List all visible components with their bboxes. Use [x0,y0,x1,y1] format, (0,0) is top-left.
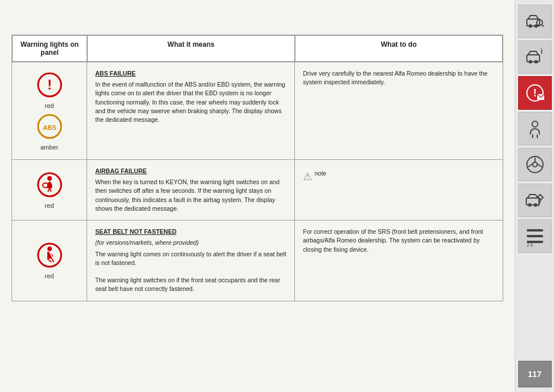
table-row: red SEAT BELT NOT FASTENED (for versions… [12,220,503,301]
sidebar-item-steering[interactable] [518,148,552,181]
means-title-seatbelt: SEAT BELT NOT FASTENED [95,227,286,236]
car-info-icon: i [525,47,545,68]
sidebar-item-warning-lights[interactable]: ! [518,76,552,110]
color-label-red: red [45,102,54,109]
person-icon [525,118,545,139]
svg-line-33 [537,164,542,167]
svg-text:ABS: ABS [43,124,56,131]
svg-rect-39 [527,235,543,237]
svg-text:!: ! [533,87,537,99]
svg-text:i: i [541,47,542,55]
means-subtitle-seatbelt: (for versions/markets, where provided) [95,238,286,247]
means-body-seatbelt: The warning light comes on continuously … [95,250,286,294]
warning-light-active-icon: ! [525,83,545,103]
svg-line-13 [52,259,54,262]
means-title-airbag: AIRBAG FAILURE [95,167,286,176]
svg-point-5 [47,176,52,181]
warning-table: Warning lights on panel What it means Wh… [12,35,503,301]
airbag-warning-note: ⚠ note [303,169,495,184]
color-label-red2: red [45,202,54,209]
svg-rect-34 [526,198,539,205]
svg-line-18 [542,25,544,27]
means-cell-abs: ABS FAILURE In the event of malfunction … [87,62,295,159]
settings-icon: Z E A I C T [525,226,545,247]
page-badge: 117 [518,361,552,387]
svg-line-32 [528,164,533,167]
svg-point-35 [528,203,531,207]
means-cell-seatbelt: SEAT BELT NOT FASTENED (for versions/mar… [87,221,295,301]
table-row: red AIRBAG FAILURE When the key is turne… [12,159,503,220]
svg-point-20 [529,60,532,64]
main-content: Warning lights on panel What it means Wh… [0,0,515,392]
abs-warning-icon: ABS [36,113,63,140]
seatbelt-warning-icon [36,241,63,269]
svg-text:!: ! [47,77,52,92]
svg-line-12 [47,259,51,262]
car-search-icon [525,11,545,32]
page-number: 117 [528,369,541,379]
icon-cell-seatbelt: red [12,221,87,301]
todo-cell-seatbelt: For correct operation of the SRS (front … [295,221,503,301]
sidebar-item-person[interactable] [518,112,552,145]
col-header-means: What it means [87,35,295,62]
airbag-warning-icon [36,171,63,199]
todo-body-abs: Drive very carefully to the nearest Alfa… [303,69,495,87]
svg-rect-38 [527,229,543,232]
color-label-amber: amber [40,144,58,151]
svg-line-8 [50,188,51,192]
todo-cell-abs: Drive very carefully to the nearest Alfa… [295,62,503,159]
svg-point-15 [529,24,532,28]
table-row: ! red ABS amber ABS FAILURE In the event… [12,62,503,159]
svg-point-26 [532,121,538,127]
warning-triangle-icon: ⚠ [303,169,312,184]
right-sidebar: i ! [515,0,554,392]
table-header: Warning lights on panel What it means Wh… [12,35,503,62]
col-header-todo: What to do [295,35,503,62]
svg-point-30 [533,162,537,167]
sidebar-item-car-search[interactable] [518,5,552,38]
means-cell-airbag: AIRBAG FAILURE When the key is turned to… [87,160,295,220]
steering-icon [525,154,545,175]
sidebar-item-car-info[interactable]: i [518,40,552,74]
means-title-abs: ABS FAILURE [95,69,286,78]
svg-point-21 [534,60,538,64]
svg-text:Z E: Z E [527,243,533,247]
airbag-note-text: note [315,169,326,178]
car-repair-icon [525,190,545,211]
todo-body-seatbelt: For correct operation of the SRS (front … [303,227,495,254]
svg-point-10 [47,247,52,251]
sidebar-item-car-repair[interactable] [518,184,552,217]
means-body-airbag: When the key is turned to KEYON, the war… [95,178,286,213]
col-header-panel: Warning lights on panel [12,35,87,62]
svg-rect-19 [527,55,540,62]
icon-cell-abs: ! red ABS amber [12,62,87,159]
sidebar-item-settings[interactable]: Z E A I C T [518,219,552,253]
exclamation-warning-icon: ! [36,71,63,99]
icon-cell-airbag: red [12,160,87,220]
means-body-abs: In the event of malfunction of the ABS a… [95,80,286,124]
svg-point-36 [534,203,537,207]
todo-cell-airbag: ⚠ note [295,160,503,220]
color-label-red3: red [45,272,54,279]
